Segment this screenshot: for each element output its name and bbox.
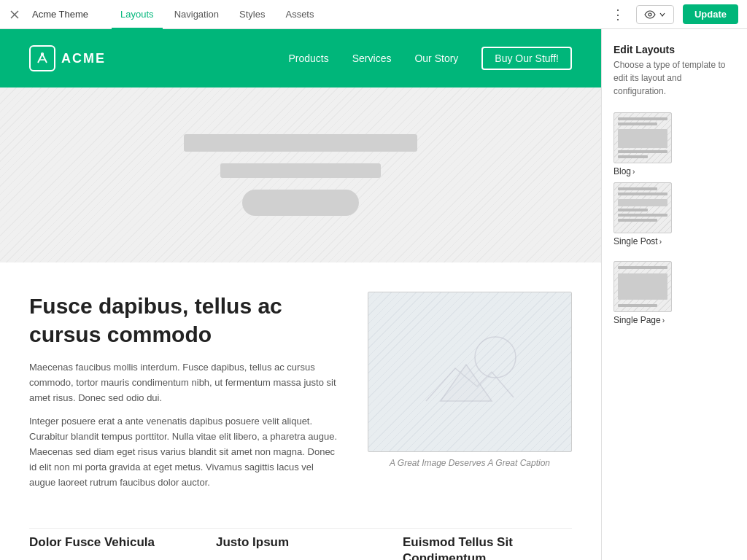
main-layout: ACME Products Services Our Story Buy Our…: [0, 29, 747, 560]
close-button[interactable]: [9, 9, 20, 20]
blog-arrow-icon: ›: [632, 168, 635, 176]
site-nav: Products Services Our Story Buy Our Stuf…: [288, 47, 572, 70]
panel-title: Edit Layouts: [614, 44, 735, 55]
preview-button[interactable]: [636, 5, 674, 24]
template-card-blog[interactable]: Blog ›: [614, 112, 672, 176]
top-bar: Acme Theme Layouts Navigation Styles Ass…: [0, 0, 747, 29]
content-area: Fusce dapibus, tellus ac cursus commodo …: [0, 262, 601, 560]
hero-title-placeholder: [184, 134, 417, 152]
column-3: Euismod Tellus Sit Condimentum Nulla vit…: [403, 534, 572, 560]
single-post-arrow-icon: ›: [659, 238, 662, 246]
hero-subtitle-placeholder: [220, 163, 381, 178]
blog-thumbnail: [614, 112, 672, 163]
nav-buy[interactable]: Buy Our Stuff!: [481, 47, 572, 70]
single-page-label: Single Page ›: [614, 315, 672, 325]
site-logo: ACME: [29, 45, 106, 71]
three-columns: Dolor Fusce Vehicula Maecenas faucibus m…: [29, 528, 572, 560]
single-page-thumbnail: [614, 261, 672, 312]
single-page-arrow-icon: ›: [662, 316, 665, 324]
column-2: Justo Ipsum Integer posuere erat a ante …: [216, 534, 385, 560]
preview-area: ACME Products Services Our Story Buy Our…: [0, 29, 601, 560]
chevron-down-icon: [659, 11, 666, 18]
tab-assets[interactable]: Assets: [276, 0, 322, 29]
col-2-title: Justo Ipsum: [216, 534, 385, 551]
logo-icon: [29, 45, 55, 71]
panel-description: Choose a type of template to edit its la…: [614, 58, 735, 98]
main-body-1: Maecenas faucibus mollis interdum. Fusce…: [29, 360, 338, 405]
image-caption: A Great Image Deserves A Great Caption: [368, 458, 572, 468]
blog-label: Blog ›: [614, 166, 672, 176]
tab-navigation[interactable]: Navigation: [166, 0, 228, 29]
template-grid: Blog › Single Post ›: [614, 112, 735, 325]
svg-point-4: [475, 337, 516, 378]
single-post-thumbnail: [614, 182, 672, 233]
main-title: Fusce dapibus, tellus ac cursus commodo: [29, 292, 338, 349]
nav-services[interactable]: Services: [352, 52, 392, 64]
tab-styles[interactable]: Styles: [231, 0, 274, 29]
more-options-icon[interactable]: ⋮: [608, 7, 627, 23]
top-bar-tabs: Layouts Navigation Styles Assets: [112, 0, 322, 29]
tab-layouts[interactable]: Layouts: [112, 0, 163, 29]
right-panel: Edit Layouts Choose a type of template t…: [601, 29, 747, 560]
nav-products[interactable]: Products: [288, 52, 328, 64]
column-1: Dolor Fusce Vehicula Maecenas faucibus m…: [29, 534, 198, 560]
app-title: Acme Theme: [32, 9, 88, 20]
single-post-label: Single Post ›: [614, 236, 672, 246]
main-content: Fusce dapibus, tellus ac cursus commodo …: [29, 292, 572, 499]
template-row-1: Blog › Single Post ›: [614, 112, 735, 246]
template-card-single-page[interactable]: Single Page ›: [614, 261, 672, 325]
hero-cta-placeholder: [242, 190, 359, 216]
col-1-title: Dolor Fusce Vehicula: [29, 534, 198, 551]
main-image-wrap: A Great Image Deserves A Great Caption: [368, 292, 572, 499]
eye-icon: [644, 9, 656, 20]
main-body-2: Integer posuere erat a ante venenatis da…: [29, 414, 338, 490]
top-bar-right: ⋮ Update: [608, 4, 738, 24]
hero-section: [0, 88, 601, 262]
svg-point-2: [649, 13, 651, 16]
nav-our-story[interactable]: Our Story: [414, 52, 458, 64]
main-text: Fusce dapibus, tellus ac cursus commodo …: [29, 292, 338, 499]
image-placeholder: [368, 292, 572, 452]
template-row-2: Single Page ›: [614, 261, 735, 325]
logo-text: ACME: [61, 51, 106, 66]
update-button[interactable]: Update: [683, 4, 738, 24]
svg-marker-5: [441, 365, 492, 401]
col-3-title: Euismod Tellus Sit Condimentum: [403, 534, 572, 560]
site-header: ACME Products Services Our Story Buy Our…: [0, 29, 601, 88]
template-card-single-post[interactable]: Single Post ›: [614, 182, 672, 246]
